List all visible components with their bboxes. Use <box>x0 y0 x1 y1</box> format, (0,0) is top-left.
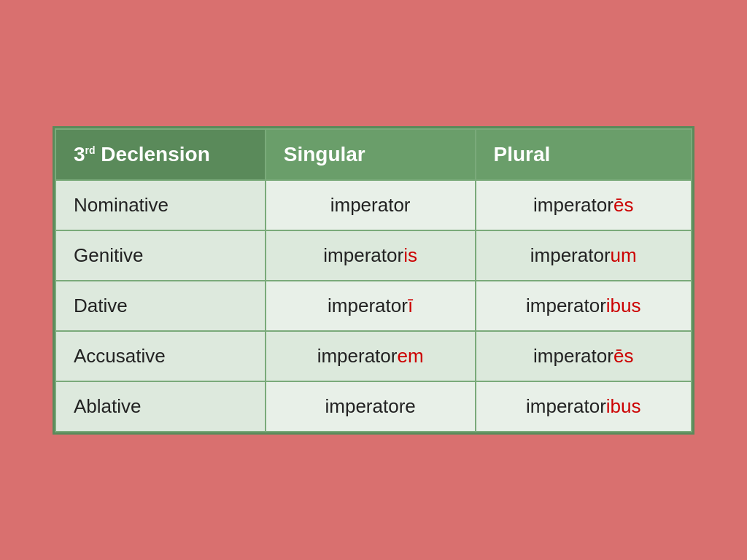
table-row: Dative imperatorī imperatoribus <box>55 281 692 331</box>
dative-singular: imperatorī <box>266 281 476 331</box>
case-genitive: Genitive <box>55 230 266 281</box>
header-row: 3rd Declension Singular Plural <box>55 129 692 180</box>
case-nominative: Nominative <box>55 180 266 230</box>
accusative-singular: imperatorem <box>266 331 476 381</box>
accusative-plural: imperatorēs <box>476 331 692 381</box>
header-declension: 3rd Declension <box>55 129 266 180</box>
ablative-singular: imperatore <box>266 381 476 432</box>
case-accusative: Accusative <box>55 331 266 381</box>
header-singular: Singular <box>266 129 476 180</box>
table-row: Genitive imperatoris imperatorum <box>55 230 692 281</box>
genitive-singular: imperatoris <box>266 230 476 281</box>
case-ablative: Ablative <box>55 381 266 432</box>
nominative-singular: imperator <box>266 180 476 230</box>
table-row: Accusative imperatorem imperatorēs <box>55 331 692 381</box>
singular-label: Singular <box>284 143 365 166</box>
ablative-plural: imperatoribus <box>476 381 692 432</box>
case-dative: Dative <box>55 281 266 331</box>
genitive-plural: imperatorum <box>476 230 692 281</box>
plural-label: Plural <box>494 143 551 166</box>
declension-table: 3rd Declension Singular Plural Nominativ… <box>53 126 694 435</box>
table-row: Nominative imperator imperatorēs <box>55 180 692 230</box>
table-row: Ablative imperatore imperatoribus <box>55 381 692 432</box>
nominative-plural: imperatorēs <box>476 180 692 230</box>
declension-title: 3rd Declension <box>74 143 210 166</box>
dative-plural: imperatoribus <box>476 281 692 331</box>
header-plural: Plural <box>476 129 692 180</box>
